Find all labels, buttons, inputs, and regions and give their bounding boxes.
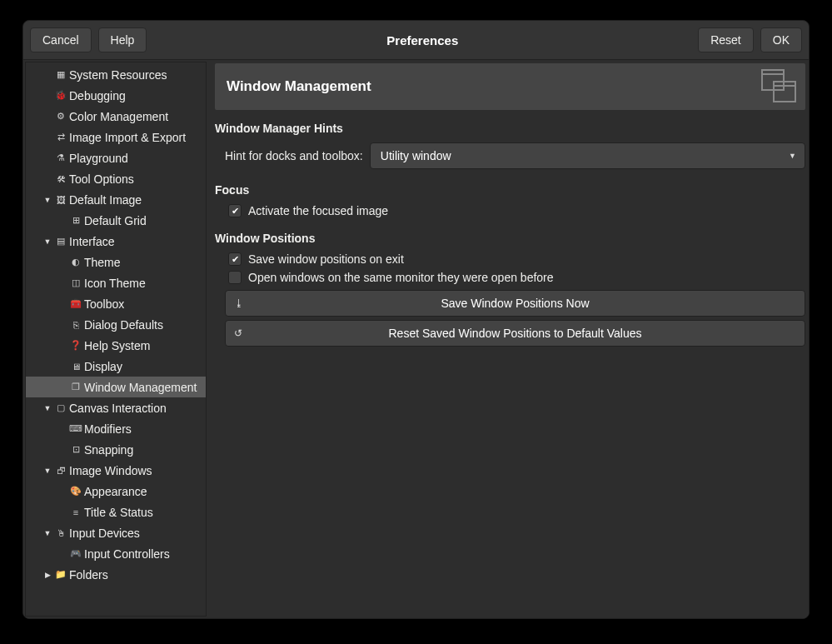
tree-item-canvas-interaction[interactable]: ▼▢Canvas Interaction xyxy=(26,397,206,418)
tree-item-label: Icon Theme xyxy=(84,277,146,290)
help-button[interactable]: Help xyxy=(98,27,147,52)
expander-icon[interactable]: ▼ xyxy=(42,237,52,246)
interface-icon: ▤ xyxy=(54,235,67,248)
tree-item-debugging[interactable]: 🐞Debugging xyxy=(26,85,206,106)
tree-item-tool-options[interactable]: 🛠Tool Options xyxy=(26,168,206,189)
activate-focused-checkbox[interactable]: ✔ xyxy=(228,204,242,217)
tree-item-label: Input Controllers xyxy=(84,547,170,561)
tree-item-label: Color Management xyxy=(69,110,168,123)
hint-label: Hint for docks and toolbox: xyxy=(225,149,363,162)
folders-icon: 📁 xyxy=(54,568,67,582)
titlestatus-icon: ≡ xyxy=(69,506,82,519)
reset-saved-positions-button[interactable]: ↺ Reset Saved Window Positions to Defaul… xyxy=(225,320,805,347)
tooloptions-icon: 🛠 xyxy=(54,172,67,186)
imagewin-icon: 🗗 xyxy=(54,464,67,477)
page-title: Window Management xyxy=(227,78,371,95)
tree-item-label: Default Grid xyxy=(84,214,147,227)
tree-item-system-resources[interactable]: ▦System Resources xyxy=(26,64,206,85)
toolbox-icon: 🧰 xyxy=(69,297,82,311)
tree-item-folders[interactable]: ▶📁Folders xyxy=(26,564,206,585)
tree-item-label: Dialog Defaults xyxy=(84,318,163,332)
expander-icon[interactable]: ▼ xyxy=(42,196,52,204)
content-pane: Window Management Window Manager Hints H… xyxy=(208,62,807,617)
section-window-manager-hints: Window Manager Hints Hint for docks and … xyxy=(215,122,805,172)
tree-item-label: Playground xyxy=(69,152,128,165)
activate-focused-label: Activate the focused image xyxy=(248,204,388,217)
tree-item-image-windows[interactable]: ▼🗗Image Windows xyxy=(26,460,206,481)
tree-item-appearance[interactable]: 🎨Appearance xyxy=(26,481,206,502)
tree-item-label: Canvas Interaction xyxy=(69,402,167,415)
preferences-tree[interactable]: ▦System Resources🐞Debugging⚙Color Manage… xyxy=(25,62,207,617)
help-icon: ❓ xyxy=(69,339,82,352)
tree-item-label: Default Image xyxy=(69,193,142,207)
save-icon: ⭳ xyxy=(234,297,244,309)
expander-icon[interactable]: ▼ xyxy=(42,404,52,412)
cancel-button[interactable]: Cancel xyxy=(30,27,92,52)
tree-item-interface[interactable]: ▼▤Interface xyxy=(26,231,206,252)
expander-icon[interactable]: ▼ xyxy=(42,529,52,537)
tree-item-label: Title & Status xyxy=(84,506,153,519)
expander-icon[interactable]: ▶ xyxy=(42,571,52,579)
tree-item-modifiers[interactable]: ⌨Modifiers xyxy=(26,418,206,439)
tree-item-window-management[interactable]: ❐Window Management xyxy=(26,377,206,397)
section-title: Focus xyxy=(215,183,805,197)
tree-item-label: Theme xyxy=(84,256,121,269)
tree-item-display[interactable]: 🖥Display xyxy=(26,356,206,377)
tree-item-label: Appearance xyxy=(84,485,147,498)
windowmgmt-icon: ❐ xyxy=(69,381,82,394)
tree-item-toolbox[interactable]: 🧰Toolbox xyxy=(26,293,206,314)
tree-item-help-system[interactable]: ❓Help System xyxy=(26,335,206,356)
section-title: Window Positions xyxy=(215,232,805,245)
theme-icon: ◐ xyxy=(69,256,82,269)
save-on-exit-checkbox[interactable]: ✔ xyxy=(228,252,242,266)
modifiers-icon: ⌨ xyxy=(69,422,82,436)
dialog-icon: ⎘ xyxy=(69,318,82,332)
chip-icon: ▦ xyxy=(54,68,67,82)
tree-item-label: Modifiers xyxy=(84,422,132,436)
titlebar: Cancel Help Preferences Reset OK xyxy=(23,21,809,59)
hint-combo-value: Utility window xyxy=(381,149,451,162)
content-header: Window Management xyxy=(215,63,805,110)
dialog-body: ▦System Resources🐞Debugging⚙Color Manage… xyxy=(23,59,809,618)
hint-combo[interactable]: Utility window ▼ xyxy=(370,142,805,169)
reset-button[interactable]: Reset xyxy=(698,27,754,52)
ok-button[interactable]: OK xyxy=(760,27,802,52)
appearance-icon: 🎨 xyxy=(69,485,82,498)
tree-item-title-status[interactable]: ≡Title & Status xyxy=(26,502,206,522)
tree-item-icon-theme[interactable]: ◫Icon Theme xyxy=(26,272,206,293)
tree-item-label: Input Devices xyxy=(69,527,140,540)
tree-item-image-import-export[interactable]: ⇄Image Import & Export xyxy=(26,127,206,147)
tree-item-color-management[interactable]: ⚙Color Management xyxy=(26,106,206,127)
canvas-icon: ▢ xyxy=(54,402,67,415)
expander-icon[interactable]: ▼ xyxy=(42,467,52,475)
save-on-exit-label: Save window positions on exit xyxy=(248,252,404,266)
tree-item-label: Help System xyxy=(84,339,150,352)
colors-icon: ⚙ xyxy=(54,110,67,123)
tree-item-playground[interactable]: ⚗Playground xyxy=(26,147,206,168)
tree-item-input-controllers[interactable]: 🎮Input Controllers xyxy=(26,543,206,564)
tree-item-label: Tool Options xyxy=(69,172,134,186)
tree-item-label: Window Management xyxy=(84,381,197,394)
icontheme-icon: ◫ xyxy=(69,277,82,290)
same-monitor-label: Open windows on the same monitor they we… xyxy=(248,271,554,284)
tree-item-default-grid[interactable]: ⊞Default Grid xyxy=(26,210,206,231)
tree-item-label: Toolbox xyxy=(84,297,124,311)
tree-item-dialog-defaults[interactable]: ⎘Dialog Defaults xyxy=(26,314,206,335)
tree-item-input-devices[interactable]: ▼🖱Input Devices xyxy=(26,522,206,543)
tree-item-snapping[interactable]: ⊡Snapping xyxy=(26,439,206,460)
snapping-icon: ⊡ xyxy=(69,443,82,457)
save-positions-now-button[interactable]: ⭳ Save Window Positions Now xyxy=(225,290,805,317)
tree-item-theme[interactable]: ◐Theme xyxy=(26,252,206,272)
tree-item-label: Debugging xyxy=(69,89,126,102)
chevron-down-icon: ▼ xyxy=(789,152,796,160)
section-focus: Focus ✔ Activate the focused image xyxy=(215,183,805,220)
controllers-icon: 🎮 xyxy=(69,547,82,561)
same-monitor-checkbox[interactable] xyxy=(228,271,242,284)
tree-item-label: Snapping xyxy=(84,443,133,457)
button-label: Reset Saved Window Positions to Default … xyxy=(388,327,641,340)
section-title: Window Manager Hints xyxy=(215,122,805,135)
tree-item-default-image[interactable]: ▼🖼Default Image xyxy=(26,189,206,210)
grid-icon: ⊞ xyxy=(69,214,82,227)
tree-item-label: System Resources xyxy=(69,68,167,82)
tree-item-label: Display xyxy=(84,360,122,373)
